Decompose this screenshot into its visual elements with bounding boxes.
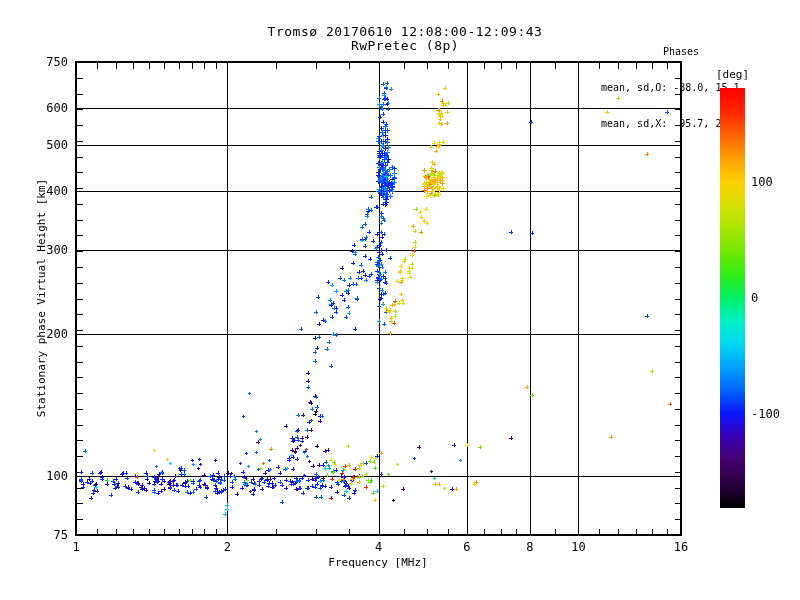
- x-tick-label: 16: [674, 541, 688, 553]
- y-tick-label: 200: [0, 328, 68, 340]
- colorbar: [720, 88, 745, 508]
- x-tick-label: 6: [463, 541, 470, 553]
- x-tick-label: 1: [72, 541, 79, 553]
- x-tick-label: 8: [526, 541, 533, 553]
- x-axis-title: Frequency [MHz]: [328, 556, 427, 569]
- y-tick-label: 300: [0, 244, 68, 256]
- colorbar-title: [deg]: [716, 68, 749, 81]
- colorbar-tick-label: -100: [751, 408, 780, 420]
- x-tick-label: 4: [375, 541, 382, 553]
- x-tick-label: 10: [571, 541, 585, 553]
- y-tick-label: 100: [0, 470, 68, 482]
- y-axis-title: Stationary phase Virtual Height [km]: [35, 179, 48, 417]
- colorbar-tick-label: 0: [751, 292, 758, 304]
- phase-stats-heading: Phases: [601, 46, 761, 58]
- y-tick-label: 400: [0, 185, 68, 197]
- x-tick-label: 2: [224, 541, 231, 553]
- ionogram-figure: Tromsø 20170610 12:08:00-12:09:43 RwPret…: [0, 0, 800, 600]
- chart-subtitle: RwPretec (8p): [351, 38, 459, 53]
- y-tick-label: 750: [0, 56, 68, 68]
- chart-title: Tromsø 20170610 12:08:00-12:09:43: [268, 24, 543, 39]
- y-tick-label: 500: [0, 139, 68, 151]
- y-tick-label: 600: [0, 102, 68, 114]
- colorbar-tick-label: 100: [751, 176, 773, 188]
- y-tick-label: 75: [0, 529, 68, 541]
